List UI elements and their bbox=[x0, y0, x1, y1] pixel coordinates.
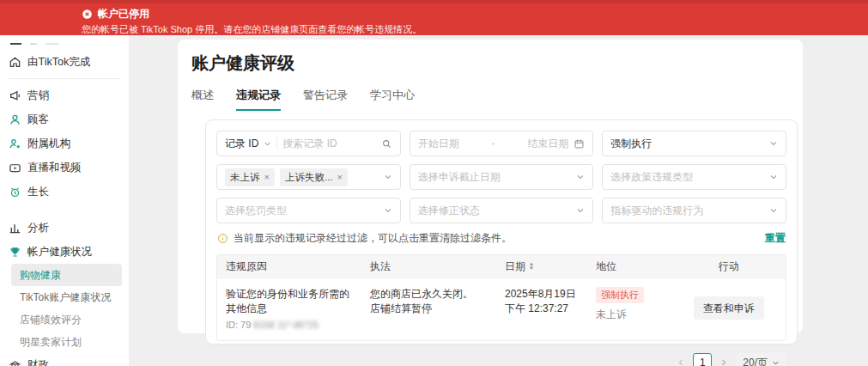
appeal-status: 未上诉 bbox=[596, 308, 669, 322]
sidebar-subitem-shop-performance-score[interactable]: 店铺绩效评分 bbox=[11, 308, 122, 331]
page-title: 账户健康评级 bbox=[191, 52, 791, 75]
filter-tag-label: 上诉失败... bbox=[285, 171, 333, 184]
penalty-type-placeholder: 选择惩罚类型 bbox=[225, 204, 379, 218]
record-id-search-filter[interactable]: 记录 ID 搜索记录 ID bbox=[216, 131, 401, 156]
violation-records-card: 记录 ID 搜索记录 ID 开始日期 - 结束日期 强制执行 未上诉 bbox=[205, 119, 798, 345]
error-circle-icon bbox=[82, 9, 93, 20]
sidebar-subitem-star-seller-program[interactable]: 明星卖家计划 bbox=[11, 331, 122, 353]
pagination: 1 20/页 bbox=[216, 352, 786, 366]
page-number-1[interactable]: 1 bbox=[693, 353, 712, 366]
date-range-filter[interactable]: 开始日期 - 结束日期 bbox=[410, 131, 594, 156]
page-size-select[interactable]: 20/页 bbox=[736, 352, 786, 366]
end-date-input[interactable]: 结束日期 bbox=[527, 137, 568, 151]
view-and-appeal-button[interactable]: 查看和申诉 bbox=[694, 296, 764, 320]
sidebar-subitem-shopping-health[interactable]: 购物健康 bbox=[11, 264, 122, 286]
sidebar-item-label: 财政 bbox=[27, 358, 49, 366]
header-date: 日期▲▼ bbox=[501, 259, 592, 274]
header-enforcement: 执法 bbox=[365, 259, 501, 274]
correction-status-placeholder: 选择修正状态 bbox=[418, 204, 572, 218]
video-play-icon bbox=[8, 161, 21, 174]
chevron-down-icon bbox=[576, 173, 585, 181]
sidebar-subitem-label: TikTok账户健康状况 bbox=[20, 290, 111, 305]
home-icon bbox=[8, 55, 21, 69]
policy-violation-type-placeholder: 选择政策违规类型 bbox=[610, 170, 764, 185]
notice-text: 当前显示的违规记录经过过滤，可以点击重置清除过滤条件。 bbox=[234, 231, 512, 246]
violation-reason: 验证您的身份和业务所需的其他信息 bbox=[226, 287, 356, 317]
next-page-button[interactable] bbox=[719, 358, 728, 366]
sidebar-item-label: 生长 bbox=[27, 185, 49, 199]
sidebar-item-label: 分析 bbox=[27, 221, 49, 235]
metric-violation-placeholder: 指标驱动的违规行为 bbox=[610, 204, 764, 218]
sidebar-subitem-label: 购物健康 bbox=[20, 268, 61, 283]
chevron-down-icon bbox=[772, 359, 780, 366]
account-suspended-banner: 帐户已停用 您的帐号已被 TikTok Shop 停用。请在您的店铺健康页面查看… bbox=[0, 0, 868, 35]
tab-learning-center[interactable]: 学习中心 bbox=[370, 88, 415, 111]
violation-id-redacted: 8158 11*-85*25 bbox=[253, 320, 319, 330]
penalty-type-select[interactable]: 选择惩罚类型 bbox=[216, 198, 401, 223]
chevron-down-icon bbox=[384, 173, 392, 181]
enforcement-line2: 店铺结算暂停 bbox=[370, 302, 496, 316]
tag-close-icon[interactable]: × bbox=[264, 172, 270, 182]
calendar-icon bbox=[574, 138, 585, 149]
sidebar-item-marketing[interactable]: 营销 bbox=[0, 83, 129, 107]
growth-icon bbox=[8, 185, 21, 198]
sidebar-item-analytics[interactable]: 分析 bbox=[0, 216, 129, 240]
sidebar-subitem-label: 店铺绩效评分 bbox=[20, 313, 82, 327]
page-size-value: 20/页 bbox=[743, 356, 768, 366]
violation-table: 违规原因 执法 日期▲▼ 地位 行动 验证您的身份和业务所需的其他信息 ID: … bbox=[216, 254, 786, 341]
sidebar-item-label: 附属机构 bbox=[27, 137, 70, 151]
tab-violation-records[interactable]: 违规记录 bbox=[236, 88, 281, 111]
header-violation-reason: 违规原因 bbox=[217, 259, 365, 274]
sidebar-item-account-health[interactable]: 帐户健康状况 bbox=[0, 240, 129, 264]
enforcement-filter-select[interactable]: 强制执行 bbox=[602, 131, 786, 156]
sidebar-divider bbox=[9, 78, 120, 79]
tab-overview[interactable]: 概述 bbox=[191, 88, 214, 111]
record-id-search-input[interactable]: 搜索记录 ID bbox=[282, 137, 375, 151]
sidebar-item-growth[interactable]: 生长 bbox=[0, 180, 129, 204]
banner-title: 帐户已停用 bbox=[98, 7, 149, 21]
record-id-type-select[interactable]: 记录 ID bbox=[225, 137, 258, 151]
banner-message: 您的帐号已被 TikTok Shop 停用。请在您的店铺健康页面查看您的帐号违规… bbox=[82, 23, 868, 36]
appeal-deadline-placeholder: 选择申诉截止日期 bbox=[418, 170, 572, 185]
tab-warning-records[interactable]: 警告记录 bbox=[303, 88, 348, 111]
sidebar-item-live-video[interactable]: 直播和视频 bbox=[0, 156, 129, 180]
violation-time: 下午 12:37:27 bbox=[505, 302, 589, 316]
sidebar-item-customers[interactable]: 顾客 bbox=[0, 107, 129, 131]
trophy-icon bbox=[8, 245, 21, 259]
metric-violation-select[interactable]: 指标驱动的违规行为 bbox=[602, 198, 786, 223]
reset-filters-button[interactable]: 重置 bbox=[765, 231, 786, 246]
date-separator: - bbox=[464, 137, 523, 149]
chevron-down-icon bbox=[384, 206, 392, 215]
info-icon bbox=[217, 233, 228, 244]
chevron-down-icon bbox=[769, 139, 778, 148]
appeal-status-multiselect[interactable]: 未上诉 × 上诉失败... × bbox=[216, 164, 401, 190]
sidebar-item-finance[interactable]: 财政 bbox=[0, 353, 129, 366]
header-status: 地位 bbox=[592, 259, 672, 274]
start-date-input[interactable]: 开始日期 bbox=[418, 137, 459, 151]
correction-status-select[interactable]: 选择修正状态 bbox=[410, 198, 594, 223]
prev-page-button[interactable] bbox=[677, 358, 685, 366]
header-action: 行动 bbox=[672, 259, 786, 274]
megaphone-icon bbox=[8, 88, 21, 102]
sidebar-item-label: 帐户健康状况 bbox=[27, 245, 92, 259]
sidebar-item-fulfilled-by-tiktok[interactable]: 由TikTok完成 bbox=[0, 50, 129, 74]
chevron-down-icon bbox=[264, 140, 271, 148]
sidebar-partial-item bbox=[0, 37, 129, 50]
sidebar-subitem-label: 明星卖家计划 bbox=[20, 335, 82, 350]
bar-chart-icon bbox=[8, 221, 21, 235]
sidebar-item-label: 直播和视频 bbox=[27, 161, 82, 175]
chevron-down-icon bbox=[769, 206, 778, 215]
filter-notice: 当前显示的违规记录经过过滤，可以点击重置清除过滤条件。 重置 bbox=[217, 231, 786, 246]
main-content: 账户健康评级 概述 违规记录 警告记录 学习中心 记录 ID 搜索记录 ID 开… bbox=[178, 40, 803, 333]
sort-icon[interactable]: ▲▼ bbox=[529, 262, 534, 271]
table-row: 验证您的身份和业务所需的其他信息 ID: 79 8158 11*-85*25 您… bbox=[217, 278, 786, 340]
tab-bar: 概述 违规记录 警告记录 学习中心 bbox=[191, 88, 791, 111]
sidebar-item-affiliates[interactable]: 附属机构 bbox=[0, 131, 129, 156]
policy-violation-type-select[interactable]: 选择政策违规类型 bbox=[602, 164, 786, 190]
sidebar-subitem-tiktok-account-health[interactable]: TikTok账户健康状况 bbox=[11, 286, 122, 308]
tag-close-icon[interactable]: × bbox=[337, 172, 343, 182]
appeal-deadline-select[interactable]: 选择申诉截止日期 bbox=[410, 164, 594, 190]
search-icon bbox=[381, 138, 392, 149]
bank-icon bbox=[8, 358, 21, 366]
sidebar-item-label: 营销 bbox=[27, 88, 49, 103]
